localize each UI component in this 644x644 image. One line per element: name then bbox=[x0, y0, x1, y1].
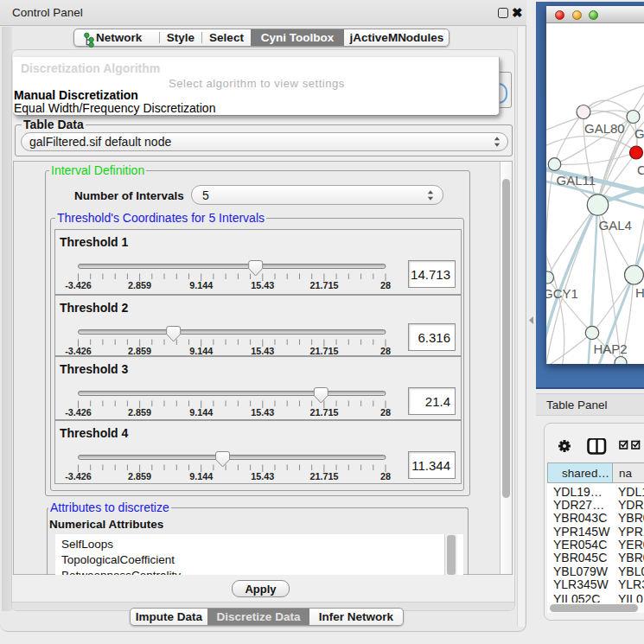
svg-text:9.144: 9.144 bbox=[189, 471, 213, 481]
svg-text:21.715: 21.715 bbox=[309, 346, 338, 356]
svg-text:-3.426: -3.426 bbox=[65, 407, 92, 418]
svg-text:GAL80: GAL80 bbox=[584, 121, 625, 136]
svg-text:15.43: 15.43 bbox=[251, 471, 274, 481]
svg-text:CD: CD bbox=[637, 163, 644, 177]
svg-text:9.144: 9.144 bbox=[189, 346, 213, 356]
svg-text:-3.426: -3.426 bbox=[65, 280, 92, 290]
svg-text:28: 28 bbox=[380, 346, 391, 356]
svg-text:2.859: 2.859 bbox=[128, 407, 151, 418]
svg-text:GA: GA bbox=[634, 126, 644, 141]
svg-text:28: 28 bbox=[380, 407, 391, 418]
svg-text:GAL4: GAL4 bbox=[599, 218, 632, 233]
svg-text:GAL11: GAL11 bbox=[557, 173, 596, 188]
svg-text:2.859: 2.859 bbox=[128, 346, 151, 356]
svg-text:-3.426: -3.426 bbox=[65, 471, 92, 481]
svg-text:2.859: 2.859 bbox=[128, 280, 151, 290]
svg-text:-3.426: -3.426 bbox=[65, 346, 92, 356]
svg-text:9.144: 9.144 bbox=[189, 407, 213, 418]
svg-text:21.715: 21.715 bbox=[309, 280, 338, 290]
svg-text:GCY1: GCY1 bbox=[546, 286, 578, 301]
svg-text:HAP2: HAP2 bbox=[594, 341, 628, 356]
svg-text:28: 28 bbox=[380, 471, 391, 481]
svg-text:15.43: 15.43 bbox=[251, 346, 274, 356]
svg-text:21.715: 21.715 bbox=[309, 407, 338, 418]
svg-text:9.144: 9.144 bbox=[189, 280, 213, 290]
svg-text:15.43: 15.43 bbox=[251, 407, 274, 418]
svg-text:28: 28 bbox=[380, 280, 391, 290]
svg-text:2.859: 2.859 bbox=[128, 471, 151, 481]
svg-text:15.43: 15.43 bbox=[251, 280, 274, 290]
svg-text:HI: HI bbox=[635, 285, 644, 300]
svg-text:21.715: 21.715 bbox=[309, 471, 338, 481]
